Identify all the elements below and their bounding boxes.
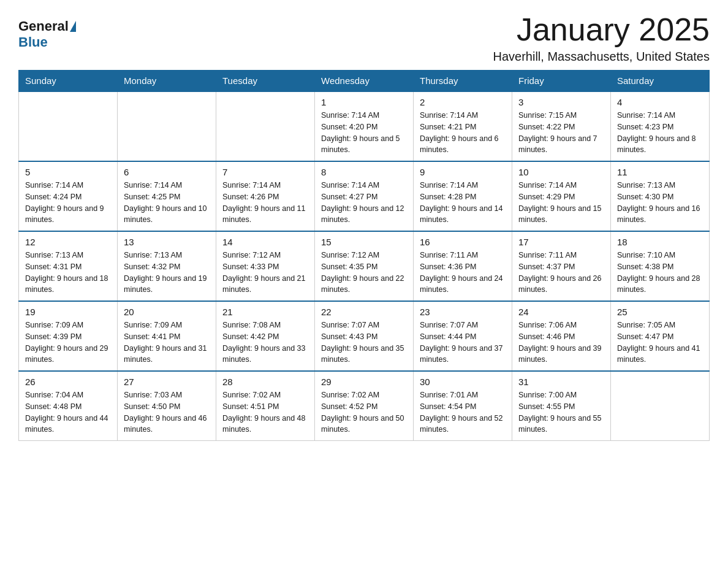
day-number: 7 — [222, 167, 308, 177]
day-info: Sunrise: 7:14 AMSunset: 4:26 PMDaylight:… — [222, 180, 308, 226]
day-info: Sunrise: 7:13 AMSunset: 4:30 PMDaylight:… — [617, 180, 703, 226]
calendar-cell: 12Sunrise: 7:13 AMSunset: 4:31 PMDayligh… — [19, 231, 118, 301]
day-number: 12 — [25, 237, 111, 247]
day-info: Sunrise: 7:14 AMSunset: 4:21 PMDaylight:… — [420, 110, 506, 156]
day-number: 21 — [222, 307, 308, 317]
calendar-cell — [19, 91, 118, 161]
week-row-3: 12Sunrise: 7:13 AMSunset: 4:31 PMDayligh… — [19, 231, 710, 301]
day-info: Sunrise: 7:13 AMSunset: 4:31 PMDaylight:… — [25, 250, 111, 296]
logo-general-text: General — [18, 18, 69, 34]
day-info: Sunrise: 7:14 AMSunset: 4:28 PMDaylight:… — [420, 180, 506, 226]
day-info: Sunrise: 7:15 AMSunset: 4:22 PMDaylight:… — [518, 110, 604, 156]
calendar-cell: 8Sunrise: 7:14 AMSunset: 4:27 PMDaylight… — [315, 161, 414, 231]
day-info: Sunrise: 7:14 AMSunset: 4:20 PMDaylight:… — [321, 110, 407, 156]
day-number: 23 — [420, 307, 506, 317]
month-title: January 2025 — [493, 12, 710, 47]
logo-triangle-icon — [70, 21, 76, 32]
day-info: Sunrise: 7:14 AMSunset: 4:24 PMDaylight:… — [25, 180, 111, 226]
day-info: Sunrise: 7:00 AMSunset: 4:55 PMDaylight:… — [518, 389, 604, 435]
day-info: Sunrise: 7:12 AMSunset: 4:33 PMDaylight:… — [222, 250, 308, 296]
page-header: General Blue January 2025 Haverhill, Mas… — [18, 12, 710, 64]
week-row-4: 19Sunrise: 7:09 AMSunset: 4:39 PMDayligh… — [19, 301, 710, 371]
header-sunday: Sunday — [19, 71, 118, 92]
day-number: 24 — [518, 307, 604, 317]
day-info: Sunrise: 7:14 AMSunset: 4:23 PMDaylight:… — [617, 110, 703, 156]
day-number: 25 — [617, 307, 703, 317]
day-info: Sunrise: 7:01 AMSunset: 4:54 PMDaylight:… — [420, 389, 506, 435]
calendar-cell: 1Sunrise: 7:14 AMSunset: 4:20 PMDaylight… — [315, 91, 414, 161]
day-number: 5 — [25, 167, 111, 177]
title-block: January 2025 Haverhill, Massachusetts, U… — [493, 12, 710, 64]
day-info: Sunrise: 7:02 AMSunset: 4:52 PMDaylight:… — [321, 389, 407, 435]
day-number: 18 — [617, 237, 703, 247]
calendar-cell: 26Sunrise: 7:04 AMSunset: 4:48 PMDayligh… — [19, 371, 118, 441]
weekday-header-row: SundayMondayTuesdayWednesdayThursdayFrid… — [19, 71, 710, 92]
calendar-cell: 31Sunrise: 7:00 AMSunset: 4:55 PMDayligh… — [512, 371, 611, 441]
week-row-5: 26Sunrise: 7:04 AMSunset: 4:48 PMDayligh… — [19, 371, 710, 441]
calendar-cell: 14Sunrise: 7:12 AMSunset: 4:33 PMDayligh… — [216, 231, 315, 301]
day-number: 17 — [518, 237, 604, 247]
day-info: Sunrise: 7:04 AMSunset: 4:48 PMDaylight:… — [25, 389, 111, 435]
day-number: 4 — [617, 97, 703, 107]
day-number: 19 — [25, 307, 111, 317]
calendar-cell — [118, 91, 216, 161]
calendar-cell: 30Sunrise: 7:01 AMSunset: 4:54 PMDayligh… — [414, 371, 512, 441]
day-info: Sunrise: 7:02 AMSunset: 4:51 PMDaylight:… — [222, 389, 308, 435]
day-number: 15 — [321, 237, 407, 247]
day-number: 14 — [222, 237, 308, 247]
calendar-cell: 13Sunrise: 7:13 AMSunset: 4:32 PMDayligh… — [118, 231, 216, 301]
calendar-cell: 27Sunrise: 7:03 AMSunset: 4:50 PMDayligh… — [118, 371, 216, 441]
calendar-table: SundayMondayTuesdayWednesdayThursdayFrid… — [18, 70, 710, 441]
header-wednesday: Wednesday — [315, 71, 414, 92]
day-info: Sunrise: 7:14 AMSunset: 4:29 PMDaylight:… — [518, 180, 604, 226]
day-info: Sunrise: 7:03 AMSunset: 4:50 PMDaylight:… — [124, 389, 210, 435]
calendar-cell: 2Sunrise: 7:14 AMSunset: 4:21 PMDaylight… — [414, 91, 512, 161]
day-number: 8 — [321, 167, 407, 177]
header-thursday: Thursday — [414, 71, 512, 92]
header-saturday: Saturday — [611, 71, 710, 92]
day-number: 11 — [617, 167, 703, 177]
day-info: Sunrise: 7:09 AMSunset: 4:39 PMDaylight:… — [25, 320, 111, 366]
day-number: 31 — [518, 377, 604, 387]
day-number: 29 — [321, 377, 407, 387]
calendar-cell: 19Sunrise: 7:09 AMSunset: 4:39 PMDayligh… — [19, 301, 118, 371]
day-info: Sunrise: 7:08 AMSunset: 4:42 PMDaylight:… — [222, 320, 308, 366]
day-number: 28 — [222, 377, 308, 387]
day-info: Sunrise: 7:05 AMSunset: 4:47 PMDaylight:… — [617, 320, 703, 366]
day-info: Sunrise: 7:13 AMSunset: 4:32 PMDaylight:… — [124, 250, 210, 296]
calendar-cell: 28Sunrise: 7:02 AMSunset: 4:51 PMDayligh… — [216, 371, 315, 441]
calendar-cell — [216, 91, 315, 161]
day-info: Sunrise: 7:09 AMSunset: 4:41 PMDaylight:… — [124, 320, 210, 366]
day-number: 1 — [321, 97, 407, 107]
day-info: Sunrise: 7:10 AMSunset: 4:38 PMDaylight:… — [617, 250, 703, 296]
calendar-cell: 10Sunrise: 7:14 AMSunset: 4:29 PMDayligh… — [512, 161, 611, 231]
day-number: 26 — [25, 377, 111, 387]
day-number: 13 — [124, 237, 210, 247]
calendar-cell: 18Sunrise: 7:10 AMSunset: 4:38 PMDayligh… — [611, 231, 710, 301]
calendar-cell: 11Sunrise: 7:13 AMSunset: 4:30 PMDayligh… — [611, 161, 710, 231]
logo-blue-text: Blue — [18, 34, 48, 50]
day-info: Sunrise: 7:07 AMSunset: 4:44 PMDaylight:… — [420, 320, 506, 366]
day-info: Sunrise: 7:12 AMSunset: 4:35 PMDaylight:… — [321, 250, 407, 296]
calendar-cell: 17Sunrise: 7:11 AMSunset: 4:37 PMDayligh… — [512, 231, 611, 301]
calendar-cell: 6Sunrise: 7:14 AMSunset: 4:25 PMDaylight… — [118, 161, 216, 231]
calendar-cell: 23Sunrise: 7:07 AMSunset: 4:44 PMDayligh… — [414, 301, 512, 371]
day-number: 30 — [420, 377, 506, 387]
header-monday: Monday — [118, 71, 216, 92]
calendar-cell — [611, 371, 710, 441]
calendar-cell: 3Sunrise: 7:15 AMSunset: 4:22 PMDaylight… — [512, 91, 611, 161]
day-info: Sunrise: 7:14 AMSunset: 4:27 PMDaylight:… — [321, 180, 407, 226]
week-row-2: 5Sunrise: 7:14 AMSunset: 4:24 PMDaylight… — [19, 161, 710, 231]
logo: General Blue — [18, 12, 77, 50]
day-number: 3 — [518, 97, 604, 107]
day-number: 16 — [420, 237, 506, 247]
calendar-cell: 7Sunrise: 7:14 AMSunset: 4:26 PMDaylight… — [216, 161, 315, 231]
calendar-cell: 25Sunrise: 7:05 AMSunset: 4:47 PMDayligh… — [611, 301, 710, 371]
day-number: 2 — [420, 97, 506, 107]
calendar-cell: 5Sunrise: 7:14 AMSunset: 4:24 PMDaylight… — [19, 161, 118, 231]
day-number: 20 — [124, 307, 210, 317]
week-row-1: 1Sunrise: 7:14 AMSunset: 4:20 PMDaylight… — [19, 91, 710, 161]
calendar-cell: 4Sunrise: 7:14 AMSunset: 4:23 PMDaylight… — [611, 91, 710, 161]
calendar-cell: 24Sunrise: 7:06 AMSunset: 4:46 PMDayligh… — [512, 301, 611, 371]
day-number: 22 — [321, 307, 407, 317]
